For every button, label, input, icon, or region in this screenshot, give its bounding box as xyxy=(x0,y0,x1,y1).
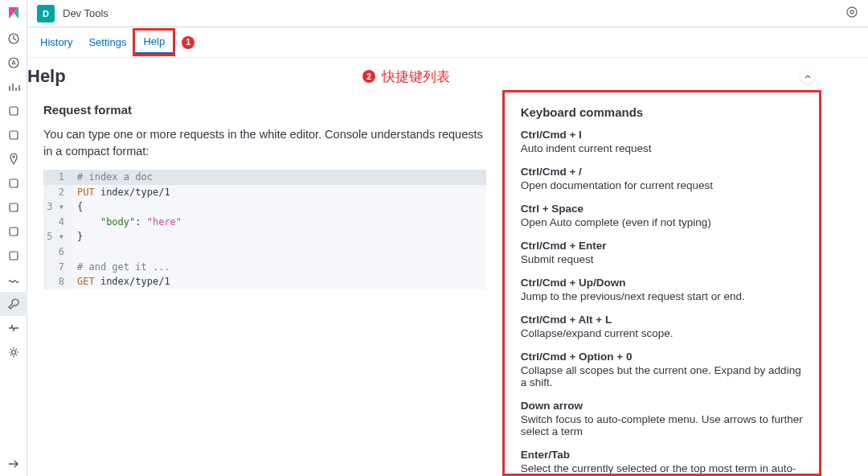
tab-history[interactable]: History xyxy=(32,27,80,57)
keyboard-command-item: Ctrl/Cmd + IAuto indent current request xyxy=(521,129,803,154)
kbd-key: Down arrow xyxy=(521,400,803,412)
kbd-desc: Switch focus to auto-complete menu. Use … xyxy=(521,413,803,437)
request-format-title: Request format xyxy=(43,103,486,117)
keyboard-command-item: Enter/TabSelect the currently selected o… xyxy=(521,449,803,476)
kbd-key: Ctrl/Cmd + Enter xyxy=(521,240,803,252)
svg-rect-8 xyxy=(10,252,18,260)
request-format-desc: You can type one or more requests in the… xyxy=(43,126,486,160)
code-line: 6 xyxy=(43,244,486,260)
kbd-key: Ctrl/Cmd + Option + 0 xyxy=(521,351,803,363)
svg-point-9 xyxy=(11,351,15,355)
dashboard-icon[interactable] xyxy=(0,99,27,123)
lab-icon[interactable] xyxy=(0,123,27,147)
keyboard-command-item: Ctrl/Cmd + EnterSubmit request xyxy=(521,240,803,265)
page-title: Help xyxy=(27,66,66,87)
kbd-key: Ctrl/Cmd + Alt + L xyxy=(521,314,803,326)
wave-icon[interactable] xyxy=(0,268,27,292)
collapse-icon[interactable] xyxy=(0,452,27,476)
keyboard-command-item: Ctrl/Cmd + Up/DownJump to the previous/n… xyxy=(521,277,803,302)
kbd-desc: Open documentation for current request xyxy=(521,179,803,191)
kbd-desc: Auto indent current request xyxy=(521,142,803,154)
tabs: History Settings Help 1 xyxy=(27,27,868,58)
svg-point-4 xyxy=(12,156,14,158)
compass-icon[interactable] xyxy=(0,51,27,75)
svg-point-11 xyxy=(850,10,854,14)
svg-rect-3 xyxy=(10,131,18,139)
code-line: 7# and get it ... xyxy=(43,260,486,275)
collapse-flyout-icon[interactable] xyxy=(800,69,815,84)
keyboard-command-item: Ctrl/Cmd + Alt + LCollapse/expand curren… xyxy=(521,314,803,339)
kbd-key: Ctrl/Cmd + / xyxy=(521,166,803,178)
annotation-badge-1: 1 xyxy=(182,36,194,49)
keyboard-command-item: Ctrl/Cmd + /Open documentation for curre… xyxy=(521,166,803,191)
annotation-box-tab: Help xyxy=(133,28,175,56)
svg-rect-7 xyxy=(10,228,18,236)
keyboard-command-item: Down arrowSwitch focus to auto-complete … xyxy=(521,400,803,437)
kbd-key: Enter/Tab xyxy=(521,449,803,461)
topbar: D Dev Tools xyxy=(27,0,868,27)
gear-icon[interactable] xyxy=(0,340,27,364)
request-format-panel: Request format You can type one or more … xyxy=(27,90,493,476)
bucket-icon[interactable] xyxy=(0,195,27,220)
svg-point-10 xyxy=(847,7,857,17)
tab-help[interactable]: Help xyxy=(135,31,173,54)
svg-rect-2 xyxy=(10,107,18,115)
heartbeat-icon[interactable] xyxy=(0,316,27,340)
code-line: 1# index a doc xyxy=(43,170,486,185)
svg-rect-6 xyxy=(10,203,18,211)
wrench-icon[interactable] xyxy=(0,292,27,316)
clock-icon[interactable] xyxy=(0,27,27,51)
code-line: 8GET index/type/1 xyxy=(43,274,486,289)
app-title: Dev Tools xyxy=(63,7,108,19)
annotation-label: 快捷键列表 xyxy=(382,68,450,86)
pipeline-icon[interactable] xyxy=(0,244,27,268)
code-line: 3 ▾{ xyxy=(43,199,486,215)
server-icon[interactable] xyxy=(0,220,27,244)
app-badge: D xyxy=(37,5,55,23)
kbd-desc: Select the currently selected or the top… xyxy=(521,462,803,476)
kbd-key: Ctrl/Cmd + Up/Down xyxy=(521,277,803,289)
keyboard-commands-title: Keyboard commands xyxy=(521,105,803,119)
code-line: 2PUT index/type/1 xyxy=(43,185,486,200)
keyboard-command-item: Ctrl + SpaceOpen Auto complete (even if … xyxy=(521,203,803,228)
kbd-desc: Collapse all scopes but the current one.… xyxy=(521,364,803,388)
kbd-desc: Open Auto complete (even if not typing) xyxy=(521,216,803,228)
code-line: 5 ▾} xyxy=(43,229,486,244)
left-nav-rail xyxy=(0,0,27,476)
code-example: 1# index a doc2PUT index/type/13 ▾{4 "bo… xyxy=(43,170,486,289)
kbd-desc: Jump to the previous/next request start … xyxy=(521,290,803,302)
graph-icon[interactable] xyxy=(0,171,27,195)
kbd-key: Ctrl + Space xyxy=(521,203,803,215)
pin-icon[interactable] xyxy=(0,147,27,171)
kbd-key: Ctrl/Cmd + I xyxy=(521,129,803,141)
code-line: 4 "body": "here" xyxy=(43,215,486,230)
keyboard-command-item: Ctrl/Cmd + Option + 0Collapse all scopes… xyxy=(521,351,803,388)
tab-settings[interactable]: Settings xyxy=(80,27,134,57)
svg-rect-5 xyxy=(10,179,18,187)
kbd-desc: Submit request xyxy=(521,253,803,265)
kibana-logo-icon[interactable] xyxy=(7,6,20,22)
kbd-desc: Collapse/expand current scope. xyxy=(521,327,803,339)
barchart-icon[interactable] xyxy=(0,75,27,99)
keyboard-commands-panel: Keyboard commands Ctrl/Cmd + IAuto inden… xyxy=(502,90,821,476)
annotation-badge-2: 2 xyxy=(362,70,375,83)
console-settings-icon[interactable] xyxy=(845,6,858,21)
